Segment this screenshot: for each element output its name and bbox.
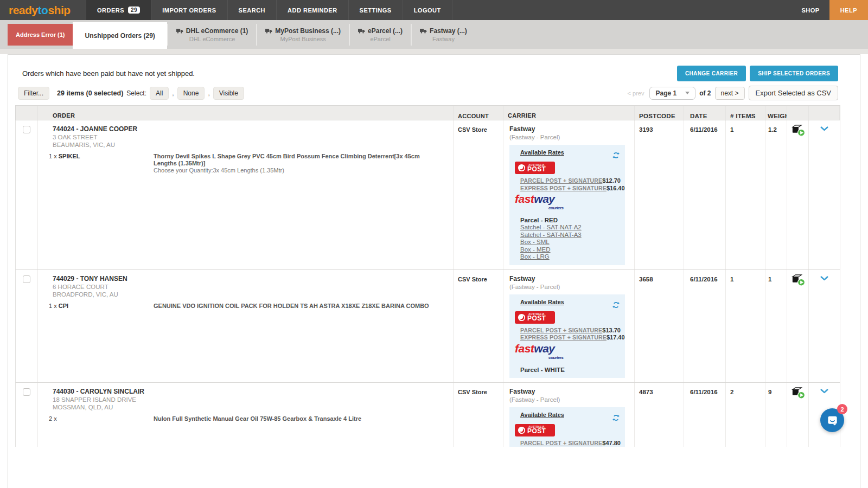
available-rates-panel: Available Rates AUSTRALI (509, 145, 625, 265)
truck-icon (265, 28, 272, 34)
orders-table: ORDER ACCOUNT CARRIER POSTCODE DATE # IT… (15, 105, 840, 447)
order-address-line1: 6 HORACE COURT (38, 283, 453, 291)
app-logo[interactable]: readytoship (0, 0, 86, 20)
column-header-account: ACCOUNT (454, 106, 503, 120)
filter-button[interactable]: Filter... (18, 87, 49, 100)
chat-widget[interactable]: 2 (820, 408, 844, 432)
next-page-button[interactable]: next > (715, 87, 745, 100)
nav-orders[interactable]: ORDERS 29 (86, 0, 151, 20)
item-quantity: 1 x (49, 153, 57, 159)
table-header: ORDER ACCOUNT CARRIER POSTCODE DATE # IT… (15, 105, 840, 120)
table-row: 744029 - TONY HANSEN 6 HORACE COURT BROA… (15, 270, 840, 383)
australia-post-ball-icon (518, 313, 526, 322)
column-header-expand (809, 106, 840, 120)
tab-fastway[interactable]: Fastway (...) Fastway (411, 24, 475, 46)
ship-selected-orders-button[interactable]: SHIP SELECTED ORDERS (750, 66, 838, 81)
postcode: 3193 (635, 120, 684, 269)
tab-unshipped-orders[interactable]: Unshipped Orders (29) (73, 22, 167, 49)
rate-link[interactable]: EXPRESS POST + SIGNATURE (520, 334, 607, 342)
orders-count-badge: 29 (128, 7, 140, 14)
nav-logout[interactable]: LOGOUT (403, 0, 452, 20)
auspost-rates: PARCEL POST + SIGNATURE$12.70EXPRESS POS… (515, 177, 620, 192)
refresh-rates-icon[interactable] (612, 301, 620, 309)
rate-link[interactable]: EXPRESS POST + SIGNATURE (520, 185, 607, 192)
rate-link[interactable]: PARCEL POST + SIGNATURE (520, 440, 602, 447)
ship-package-icon[interactable] (790, 124, 806, 269)
rate-line: PARCEL POST + SIGNATURE$12.70 (520, 177, 620, 185)
content-panel: Orders which have been paid but have not… (8, 54, 860, 488)
expand-row-chevron-icon[interactable] (820, 126, 828, 132)
rate-link[interactable]: PARCEL POST + SIGNATURE (520, 327, 602, 335)
available-rates-link[interactable]: Available Rates (520, 299, 564, 305)
account-name: CSV Store (454, 383, 503, 447)
change-carrier-button[interactable]: CHANGE CARRIER (677, 66, 746, 81)
expand-row-chevron-icon[interactable] (820, 276, 828, 281)
select-all-button[interactable]: All (150, 87, 169, 100)
nav-add-reminder[interactable]: ADD REMINDER (277, 0, 349, 20)
export-csv-button[interactable]: Export Selected as CSV (749, 86, 838, 100)
column-header-ship (787, 106, 809, 120)
fastway-option-link[interactable]: Box - LRG (520, 253, 620, 261)
row-checkbox[interactable] (23, 388, 30, 396)
order-title: 744029 - TONY HANSEN (38, 275, 453, 283)
order-date: 6/11/2016 (684, 270, 726, 382)
refresh-rates-icon[interactable] (612, 152, 620, 159)
fastway-selected-option: Parcel - RED (515, 216, 620, 224)
carrier-name: Fastway (503, 275, 634, 283)
order-address-line1: 18 SNAPPER ISLAND DRIVE (38, 396, 453, 403)
select-visible-button[interactable]: Visible (213, 87, 244, 100)
nav-settings[interactable]: SETTINGS (349, 0, 403, 20)
nav-search[interactable]: SEARCH (228, 0, 277, 20)
nav-shop[interactable]: SHOP (792, 0, 829, 20)
available-rates-link[interactable]: Available Rates (520, 412, 564, 418)
nav-import-orders[interactable]: IMPORT ORDERS (151, 0, 227, 20)
refresh-rates-icon[interactable] (612, 414, 620, 421)
tab-mypost-business[interactable]: MyPost Business (...) MyPost Business (256, 24, 349, 46)
truck-icon (358, 28, 365, 34)
fastway-option-link[interactable]: Satchel - SAT-NAT-A3 (520, 232, 620, 239)
table-row: 744030 - CAROLYN SINCLAIR 18 SNAPPER ISL… (15, 383, 840, 447)
nav-help[interactable]: HELP (829, 0, 868, 20)
available-rates-panel: Available Rates AUSTRALI (509, 294, 625, 378)
order-date: 6/11/2016 (684, 383, 726, 447)
carrier-service: (Fastway - Parcel) (503, 396, 634, 404)
order-item: 1 x CPI GENUINE VDO IGNITION COIL PACK F… (38, 303, 453, 310)
fastway-option-link[interactable]: Satchel - SAT-NAT-A2 (520, 224, 620, 232)
available-rates-link[interactable]: Available Rates (520, 149, 564, 156)
row-checkbox[interactable] (23, 126, 30, 133)
ship-package-icon[interactable] (790, 274, 806, 382)
fastway-logo: fastway couriers (515, 194, 620, 214)
rate-link[interactable]: PARCEL POST + SIGNATURE (520, 177, 602, 185)
select-label: Select: (126, 89, 146, 97)
fastway-option-link[interactable]: Box - SML (520, 239, 620, 246)
carrier-name: Fastway (503, 388, 634, 396)
tab-address-error[interactable]: Address Error (1) (8, 24, 73, 46)
top-nav: readytoship ORDERS 29 IMPORT ORDERS SEAR… (0, 0, 868, 20)
ship-package-icon[interactable] (790, 387, 806, 447)
order-item: 1 x SPIKEL Thorny Devil Spikes L Shape G… (38, 153, 453, 174)
main-nav: ORDERS 29 IMPORT ORDERS SEARCH ADD REMIN… (86, 0, 452, 20)
postcode: 3658 (635, 270, 684, 382)
item-count: 1 (726, 270, 765, 382)
chat-unread-badge: 2 (837, 404, 847, 414)
tab-bar-lower-strip (0, 49, 868, 54)
column-header-carrier: CARRIER (503, 106, 635, 120)
tab-dhl-ecommerce[interactable]: DHL eCommerce (1) DHL eCommerce (167, 24, 256, 46)
column-header-postcode: POSTCODE (635, 106, 684, 120)
available-rates-panel: Available Rates AUSTRALI (509, 407, 625, 447)
rate-price: $13.70 (602, 327, 621, 335)
fastway-option-link[interactable]: Box - MED (520, 246, 620, 254)
tab-eparcel[interactable]: eParcel (...) eParcel (349, 24, 411, 46)
page-select[interactable]: Page 1 (649, 87, 695, 100)
expand-row-chevron-icon[interactable] (820, 389, 828, 394)
carrier-service: (Fastway - Parcel) (503, 283, 634, 291)
auspost-rates: PARCEL POST + SIGNATURE$13.70EXPRESS POS… (515, 327, 620, 342)
row-checkbox[interactable] (23, 275, 30, 283)
account-name: CSV Store (454, 270, 503, 382)
weight: 1.2 (765, 120, 787, 269)
select-none-button[interactable]: None (177, 87, 205, 100)
fastway-options: Satchel - SAT-NAT-A2Satchel - SAT-NAT-A3… (515, 224, 620, 261)
column-header-items: # ITEMS (726, 106, 765, 120)
prev-page-link[interactable]: < prev (628, 90, 644, 97)
table-row: 744024 - JOANNE COOPER 3 OAK STREET BEAU… (15, 120, 840, 270)
